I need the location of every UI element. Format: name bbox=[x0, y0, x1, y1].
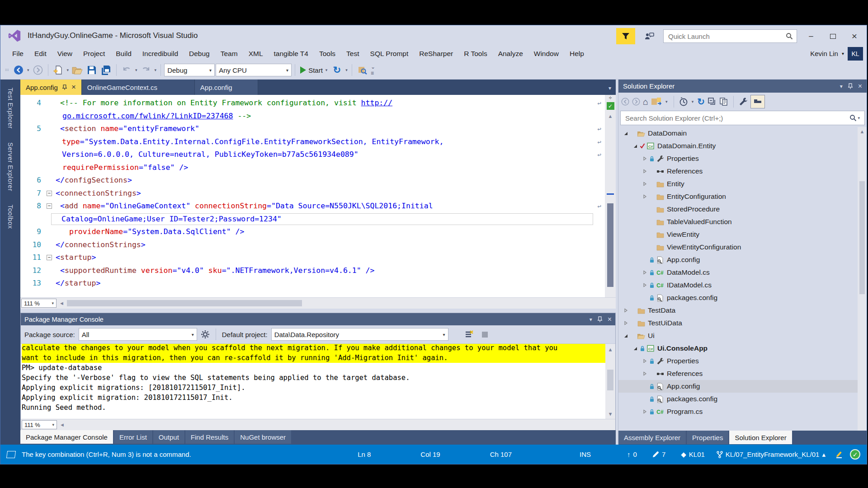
menu-item-tools[interactable]: Tools bbox=[314, 48, 341, 59]
undo-button[interactable] bbox=[120, 63, 133, 77]
pmc-zoom-combo[interactable]: 111 %▾ bbox=[22, 420, 57, 429]
solution-configuration-combo[interactable]: Debug▾ bbox=[164, 64, 215, 76]
horizontal-scrollbar-thumb[interactable] bbox=[67, 300, 302, 306]
status-character[interactable]: Ch 107 bbox=[490, 450, 512, 458]
se-search-input[interactable] bbox=[624, 114, 849, 122]
menu-item-edit[interactable]: Edit bbox=[29, 48, 52, 59]
find-in-files-button[interactable] bbox=[355, 63, 369, 77]
expanded-arrow-icon[interactable] bbox=[622, 333, 629, 338]
tree-item-ui[interactable]: Ui bbox=[618, 329, 867, 342]
pmc-title-bar[interactable]: Package Manager Console ▾ × bbox=[21, 313, 615, 325]
tree-item-references[interactable]: References bbox=[618, 367, 867, 380]
scroll-left-icon[interactable]: ◄ bbox=[59, 300, 64, 306]
code-line-5-wrap[interactable]: type="System.Data.Entity.Internal.Config… bbox=[20, 136, 605, 149]
collapsed-arrow-icon[interactable] bbox=[641, 359, 648, 363]
tree-item-testdata[interactable]: TestData bbox=[618, 304, 867, 317]
code-line-7[interactable]: 7−<connectionStrings> bbox=[20, 187, 605, 200]
user-dropdown-icon[interactable]: ▾ bbox=[842, 51, 844, 56]
start-debug-button[interactable]: Start ▾ bbox=[298, 63, 329, 77]
scrollbar-thumb[interactable] bbox=[859, 181, 865, 294]
tree-item-references[interactable]: References bbox=[618, 165, 867, 178]
collapsed-arrow-icon[interactable] bbox=[641, 409, 648, 414]
pending-edits-indicator[interactable]: 7 bbox=[652, 450, 665, 458]
tree-item-datadomain[interactable]: DataDomain bbox=[618, 127, 867, 140]
undo-dropdown-icon[interactable]: ▾ bbox=[134, 68, 138, 72]
tree-item-properties[interactable]: Properties bbox=[618, 355, 867, 367]
status-insert-mode[interactable]: INS bbox=[580, 450, 591, 458]
tree-item-packages-config[interactable]: packages.config bbox=[618, 291, 867, 304]
repository-indicator[interactable]: ◆ KL01 bbox=[681, 450, 705, 459]
code-line-8-wrap[interactable]: Catalog=OnlineGame;User ID=Tester2;Passw… bbox=[20, 213, 605, 226]
toolbar-overflow-icon[interactable]: ⌄≡ bbox=[370, 64, 376, 76]
tree-item-viewentityconfiguration[interactable]: ViewEntityConfiguration bbox=[618, 241, 867, 253]
navigate-forward-button[interactable] bbox=[31, 63, 45, 77]
se-vertical-scrollbar[interactable]: ▲ bbox=[858, 127, 867, 431]
pmc-vertical-scrollbar[interactable]: ▲ ▼ bbox=[605, 344, 615, 419]
tree-item-datamodel-cs[interactable]: C#DataModel.cs bbox=[618, 266, 867, 279]
new-file-button[interactable] bbox=[52, 63, 65, 77]
se-close-icon[interactable]: × bbox=[858, 82, 862, 90]
scroll-down-icon[interactable]: ▼ bbox=[609, 411, 612, 417]
menu-item-analyze[interactable]: Analyze bbox=[493, 48, 528, 59]
menu-item-file[interactable]: File bbox=[7, 48, 29, 59]
collapse-icon[interactable]: − bbox=[47, 203, 52, 209]
menu-item-view[interactable]: View bbox=[52, 48, 78, 59]
quick-launch-box[interactable] bbox=[663, 29, 797, 43]
code-line-11[interactable]: 11−<startup> bbox=[20, 251, 605, 264]
editor-tab-onlinegamecontext-cs-1[interactable]: OnlineGameContext.cs bbox=[82, 80, 195, 95]
filter-dropdown-icon[interactable]: ▾ bbox=[691, 99, 695, 104]
save-button[interactable] bbox=[85, 63, 99, 77]
tree-item-app-config[interactable]: App.config bbox=[618, 380, 867, 393]
tree-item-testuidata[interactable]: TestUiData bbox=[618, 317, 867, 329]
editor-tab-app-config-0[interactable]: App.config× bbox=[20, 80, 82, 95]
tree-item-ui-consoleapp[interactable]: C#Ui.ConsoleApp bbox=[618, 342, 867, 355]
restore-button[interactable] bbox=[825, 30, 840, 42]
package-source-settings-icon[interactable] bbox=[201, 330, 210, 339]
tree-item-datadomain-entity[interactable]: C#DataDomain.Entity bbox=[618, 140, 867, 152]
clear-console-icon[interactable] bbox=[465, 330, 474, 338]
menu-item-help[interactable]: Help bbox=[564, 48, 590, 59]
filter-funnel-icon[interactable] bbox=[616, 28, 635, 44]
tree-item-idatamodel-cs[interactable]: C#IDataModel.cs bbox=[618, 279, 867, 291]
scroll-up-icon[interactable]: ▲ bbox=[609, 347, 612, 352]
fold-collapse-box[interactable]: − bbox=[46, 187, 56, 200]
bottom-tab-package-manager-console[interactable]: Package Manager Console bbox=[20, 430, 113, 444]
menu-item-r-tools[interactable]: R Tools bbox=[458, 48, 492, 59]
code-line-4[interactable]: 4<!-- For more information on Entity Fra… bbox=[20, 97, 605, 110]
default-project-combo[interactable]: Data\Data.Repository▾ bbox=[271, 328, 448, 341]
se-forward-button[interactable] bbox=[632, 98, 640, 106]
scroll-up-icon[interactable]: ▲ bbox=[608, 113, 613, 119]
bottom-tab-error-list[interactable]: Error List bbox=[114, 430, 152, 444]
navigate-back-dropdown-icon[interactable]: ▾ bbox=[26, 68, 30, 72]
panel-splitter[interactable] bbox=[20, 309, 616, 313]
stop-icon[interactable] bbox=[482, 332, 488, 338]
side-tab-toolbox[interactable]: Toolbox bbox=[7, 205, 14, 229]
collapsed-arrow-icon[interactable] bbox=[641, 169, 648, 174]
collapse-icon[interactable]: − bbox=[47, 255, 52, 260]
close-tab-icon[interactable]: × bbox=[71, 83, 76, 92]
pin-icon[interactable] bbox=[62, 84, 67, 90]
pmc-dropdown-icon[interactable]: ▾ bbox=[590, 316, 592, 323]
package-source-combo[interactable]: All▾ bbox=[79, 328, 197, 341]
pending-changes-filter-button[interactable] bbox=[679, 97, 688, 106]
se-pin-icon[interactable] bbox=[848, 83, 853, 89]
side-tab-server-explorer[interactable]: Server Explorer bbox=[7, 142, 14, 191]
tree-item-tablevaluedfunction[interactable]: TableValuedFunction bbox=[618, 216, 867, 228]
menu-item-build[interactable]: Build bbox=[110, 48, 137, 59]
side-tab-test-explorer[interactable]: Test Explorer bbox=[7, 88, 14, 129]
menu-item-tangible-t4[interactable]: tangible T4 bbox=[269, 48, 314, 59]
status-line[interactable]: Ln 8 bbox=[358, 450, 371, 458]
branch-indicator[interactable]: KL/07_EntityFramework_KL/01 ▴ bbox=[717, 450, 826, 459]
menu-item-debug[interactable]: Debug bbox=[184, 48, 215, 59]
scrollbar-thumb[interactable] bbox=[607, 370, 613, 390]
collapsed-arrow-icon[interactable] bbox=[641, 194, 648, 199]
editor-zoom-combo[interactable]: 111 %▾ bbox=[21, 299, 57, 308]
se-tab-assembly-explorer[interactable]: Assembly Explorer bbox=[618, 431, 686, 444]
tree-item-packages-config[interactable]: packages.config bbox=[618, 393, 867, 405]
tree-item-program-cs[interactable]: C#Program.cs bbox=[618, 405, 867, 418]
code-line-6[interactable]: 6</configSections> bbox=[20, 174, 605, 187]
incoming-commits-indicator[interactable]: ↑ 0 bbox=[627, 450, 637, 458]
home-icon[interactable]: ⌂ bbox=[643, 97, 648, 107]
expanded-arrow-icon[interactable] bbox=[622, 131, 629, 136]
menu-item-window[interactable]: Window bbox=[528, 48, 564, 59]
